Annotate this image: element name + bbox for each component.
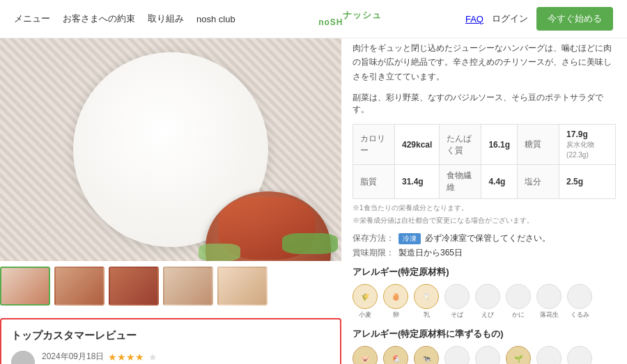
allergen-chicken-circle: 🐔 <box>383 346 408 364</box>
allergen-milk-circle: 🥛 <box>414 284 439 309</box>
allergen-wheat-label: 小麦 <box>359 310 371 319</box>
calorie-label: カロリー <box>353 125 395 165</box>
nav-nosh-club[interactable]: nosh club <box>196 14 235 24</box>
allergen-soba-circle <box>444 284 470 309</box>
allergen-soba2: そば <box>475 346 500 364</box>
fiber-value: 4.4g <box>481 165 518 199</box>
protein-value: 16.1g <box>481 125 518 165</box>
allergen-peanut-circle <box>536 284 562 309</box>
allergen-title-1: アレルギー(特定原材料) <box>353 266 616 278</box>
expiry-value: 製造日から365日 <box>398 247 463 259</box>
thumbnail-4[interactable] <box>163 267 213 306</box>
review-item: 2024年09月18日 ★★★★★ 美味しかったです。辛いものの苦手ですがチリソ… <box>11 351 330 364</box>
stars-filled: ★★★★ <box>108 351 144 363</box>
allergen-walnut-circle <box>567 284 592 309</box>
allergen-soy-circle: 🌱 <box>506 346 531 364</box>
right-column: 肉汁をギュッと閉じ込めたジューシーなハンバーグは、噛むほどに肉の旨味が広がり絶品… <box>341 38 627 364</box>
allergen-title-2: アレルギー(特定原材料に準ずるもの) <box>353 328 616 340</box>
salt-label: 塩分 <box>518 165 559 199</box>
site-logo[interactable]: noSHナッシュ <box>318 8 382 30</box>
allergen-peanut-label: 落花生 <box>540 310 559 319</box>
allergen-squid-circle <box>536 346 562 364</box>
review-content: 2024年09月18日 ★★★★★ 美味しかったです。辛いものの苦手ですがチリソ… <box>42 351 330 364</box>
stars-empty: ★ <box>148 351 157 363</box>
allergen-icons-2: 🐷 豚肉 🐔 鶏肉 🐄 牛肉 さけ そば <box>353 346 616 364</box>
allergen-crab-label: かに <box>512 310 525 319</box>
fat-value: 31.4g <box>395 165 440 199</box>
thumbnail-strip <box>0 261 341 311</box>
allergen-soy: 🌱 大豆 <box>506 346 531 364</box>
product-description: 肉汁をギュッと閉じ込めたジューシーなハンバーグは、噛むほどに肉の旨味が広がり絶品… <box>353 38 616 84</box>
fat-label: 脂質 <box>353 165 395 199</box>
allergen-egg: 🥚 卵 <box>383 284 408 319</box>
left-column: トップカスタマーレビュー 2024年09月18日 ★★★★★ 美味しかったです。… <box>0 38 341 364</box>
allergen-peanut: 落花生 <box>536 284 562 319</box>
allergen-squid: いか <box>536 346 562 364</box>
storage-text: 必ず冷凍室で保管してください。 <box>425 232 550 244</box>
nav-menu[interactable]: メニュー <box>14 13 50 25</box>
nav-promise[interactable]: お客さまへの約束 <box>63 13 135 25</box>
calorie-value: 429kcal <box>395 125 440 165</box>
nav-initiative[interactable]: 取り組み <box>148 13 184 25</box>
allergen-wheat: 🌾 小麦 <box>353 284 378 319</box>
nutrition-note-2: ※栄養成分値は自社都合で変更になる場合がございます。 <box>353 216 616 225</box>
thumbnail-5[interactable] <box>217 267 268 306</box>
nutrition-note-1: ※1食当たりの栄養成分となります。 <box>353 203 616 213</box>
storage-row: 保存方法： 冷凍 必ず冷凍室で保管してください。 <box>353 232 616 244</box>
carb-label: 糖質 <box>518 125 559 165</box>
allergen-pork-circle: 🐷 <box>353 346 378 364</box>
allergen-milk: 🥛 乳 <box>414 284 439 319</box>
allergen-section-1: アレルギー(特定原材料) 🌾 小麦 🥚 卵 🥛 乳 そば <box>353 266 616 319</box>
allergen-beef: 🐄 牛肉 <box>414 346 439 364</box>
avatar-image <box>11 351 35 364</box>
thumbnail-3[interactable] <box>109 267 159 306</box>
start-button[interactable]: 今すぐ始める <box>536 7 613 31</box>
allergen-shrimp: えび <box>475 284 500 319</box>
storage-info: 保存方法： 冷凍 必ず冷凍室で保管してください。 賞味期限： 製造日から365日 <box>353 232 616 259</box>
frozen-badge: 冷凍 <box>398 233 421 244</box>
product-sub-description: 副菜は、彩り野菜、なすのバジルソース、そら豆のポテトサラダです。 <box>353 92 616 116</box>
allergen-shrimp-label: えび <box>481 310 494 319</box>
faq-link[interactable]: FAQ <box>465 14 483 24</box>
product-main-image <box>0 38 341 261</box>
allergen-milk-label: 乳 <box>424 310 430 319</box>
allergen-soba-label: そば <box>451 310 463 319</box>
reviews-title: トップカスタマーレビュー <box>11 329 330 342</box>
allergen-walnut-label: くるみ <box>571 310 589 319</box>
fiber-label: 食物繊維 <box>440 165 481 199</box>
login-button[interactable]: ログイン <box>492 13 528 25</box>
garnish-2 <box>199 244 240 261</box>
thumbnail-1[interactable] <box>0 267 50 306</box>
header-nav: メニュー お客さまへの約束 取り組み nosh club <box>14 13 235 25</box>
allergen-crab-circle <box>506 284 531 309</box>
allergen-egg-circle: 🥚 <box>383 284 408 309</box>
protein-label: たんぱく質 <box>440 125 481 165</box>
allergen-yam-circle <box>567 346 592 364</box>
salt-value: 2.5g <box>559 165 616 199</box>
allergen-pork: 🐷 豚肉 <box>353 346 378 364</box>
allergen-walnut: くるみ <box>567 284 592 319</box>
allergen-crab: かに <box>506 284 531 319</box>
review-date: 2024年09月18日 ★★★★★ <box>42 351 330 363</box>
allergen-chicken: 🐔 鶏肉 <box>383 346 408 364</box>
nutrition-table: カロリー 429kcal たんぱく質 16.1g 糖質 17.9g 炭水化物(2… <box>353 124 616 199</box>
thumbnail-2[interactable] <box>54 267 104 306</box>
allergen-beef-circle: 🐄 <box>414 346 439 364</box>
reviews-box: トップカスタマーレビュー 2024年09月18日 ★★★★★ 美味しかったです。… <box>0 318 341 364</box>
allergen-section-2: アレルギー(特定原材料に準ずるもの) 🐷 豚肉 🐔 鶏肉 🐄 牛肉 さけ <box>353 328 616 364</box>
header: メニュー お客さまへの約束 取り組み nosh club noSHナッシュ FA… <box>0 0 627 38</box>
allergen-yam: やまいも <box>567 346 592 364</box>
expiry-row: 賞味期限： 製造日から365日 <box>353 247 616 259</box>
expiry-label: 賞味期限： <box>353 247 394 259</box>
allergen-soba: そば <box>444 284 470 319</box>
main-content: トップカスタマーレビュー 2024年09月18日 ★★★★★ 美味しかったです。… <box>0 38 627 364</box>
storage-label: 保存方法： <box>353 232 394 244</box>
allergen-soba2-circle <box>475 346 500 364</box>
allergen-salmon: さけ <box>444 346 470 364</box>
allergen-egg-label: 卵 <box>393 310 399 319</box>
header-right: FAQ ログイン 今すぐ始める <box>465 7 613 31</box>
allergen-icons-1: 🌾 小麦 🥚 卵 🥛 乳 そば えび <box>353 284 616 319</box>
reviewer-avatar <box>11 351 35 364</box>
allergen-salmon-circle <box>444 346 470 364</box>
food-item <box>192 171 341 261</box>
